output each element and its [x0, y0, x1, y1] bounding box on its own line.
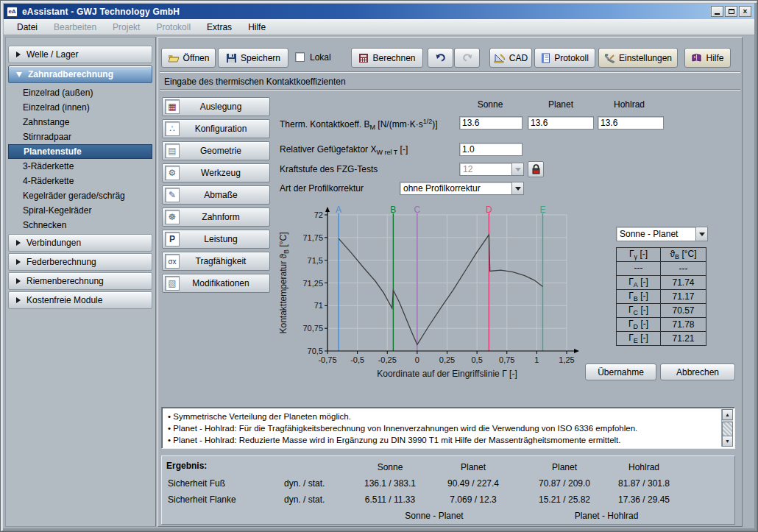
- section-divider: [160, 89, 740, 91]
- therm-hohlrad-input[interactable]: [598, 116, 664, 130]
- svg-text:0: 0: [415, 355, 419, 364]
- therm-sonne-input[interactable]: [459, 116, 523, 130]
- svg-text:71,75: 71,75: [302, 233, 323, 242]
- calculate-label: Berechnen: [372, 53, 415, 63]
- nav-tragfaehigkeit-button[interactable]: σxTragfähigkeit: [162, 252, 270, 271]
- chevron-right-icon: [16, 278, 21, 284]
- sidebar-item-kegelraeder[interactable]: Kegelräder gerade/schräg: [8, 188, 152, 203]
- table-row: ΓD [-]71.78: [617, 318, 706, 332]
- modifications-diagram-icon: ▧: [165, 276, 180, 291]
- sidebar-group-verbindungen[interactable]: Verbindungen: [8, 234, 152, 252]
- nav-label: Leistung: [180, 234, 262, 244]
- calculator-icon: ▦: [165, 99, 180, 114]
- therm-kontaktkoeff-label: Therm. Kontaktkoeff. BM [N/(mm·K·s1/2)]: [280, 118, 438, 131]
- calculate-button[interactable]: Berechnen: [351, 48, 423, 68]
- results-panel: Ergebnis: Sonne Planet Planet Hohlrad Si…: [161, 455, 735, 525]
- sidebar-group-riemenberechnung[interactable]: Riemenberechnung: [8, 272, 152, 290]
- settings-button[interactable]: Einstellungen: [598, 48, 678, 68]
- protocol-button[interactable]: Protokoll: [534, 48, 595, 68]
- pairing-value: Sonne - Planet: [620, 229, 694, 239]
- nav-geometrie-button[interactable]: ▤Geometrie: [162, 141, 270, 160]
- cad-button[interactable]: CAD: [489, 48, 532, 68]
- geometry-grid-icon: ▤: [165, 143, 180, 158]
- profilkorrektur-dropdown[interactable]: ohne Profilkorrektur: [400, 182, 524, 195]
- open-label: Öffnen: [183, 53, 210, 63]
- menu-extras[interactable]: Extras: [207, 22, 232, 32]
- gefuegefaktor-input[interactable]: [459, 143, 523, 156]
- calculator-icon: [358, 53, 369, 63]
- sidebar-item-einzelrad-innen[interactable]: Einzelrad (innen): [8, 100, 152, 115]
- svg-text:1: 1: [534, 355, 539, 364]
- nav-abmasse-button[interactable]: ✎Abmaße: [162, 185, 270, 205]
- help-button[interactable]: Hilfe: [684, 48, 731, 68]
- cancel-button[interactable]: Abbrechen: [660, 363, 735, 380]
- local-checkbox-label: Lokal: [310, 52, 331, 63]
- nav-label: Modifikationen: [180, 278, 262, 288]
- minimize-button[interactable]: [711, 6, 723, 17]
- maximize-button[interactable]: [725, 6, 737, 17]
- menu-hilfe[interactable]: Hilfe: [248, 22, 266, 32]
- notices-box: Symmetrische Verteilung der Planeten mög…: [161, 407, 735, 449]
- sidebar-item-spiral-kegelraeder[interactable]: Spiral-Kegelräder: [8, 203, 152, 218]
- sidebar-item-planetenstufe[interactable]: Planetenstufe: [8, 144, 152, 159]
- scroll-up-button[interactable]: ▲: [722, 409, 733, 420]
- local-checkbox[interactable]: [295, 52, 305, 62]
- sidebar-item-zahnstange[interactable]: Zahnstange: [8, 115, 152, 130]
- profilkorrektur-value: ohne Profilkorrektur: [403, 183, 510, 194]
- menu-bearbeiten: Bearbeiten: [54, 22, 96, 32]
- profilkorrektur-label: Art der Profilkorrektur: [280, 183, 364, 194]
- app-window: eA eAssistant - GWJ Technology GmbH × Da…: [0, 0, 758, 532]
- sidebar-group-label: Zahnradberechnung: [28, 69, 113, 79]
- sidebar-item-einzelrad-aussen[interactable]: Einzelrad (außen): [8, 85, 152, 100]
- sidebar-item-schnecken[interactable]: Schnecken: [8, 218, 152, 233]
- pencil-drawing-icon: ✎: [165, 188, 180, 202]
- undo-button[interactable]: [428, 48, 453, 68]
- sidebar-item-stirnradpaar[interactable]: Stirnradpaar: [8, 130, 152, 144]
- apply-button[interactable]: Übernahme: [585, 363, 656, 380]
- menu-datei[interactable]: Datei: [17, 22, 38, 32]
- nav-label: Tragfähigkeit: [180, 256, 262, 266]
- nav-konfiguration-button[interactable]: ∴Konfiguration: [162, 119, 270, 138]
- cad-icon: [494, 53, 506, 63]
- svg-text:70,75: 70,75: [302, 324, 323, 333]
- maximize-icon: [729, 9, 734, 14]
- footer-planet-hohlrad: Planet - Hohlrad: [548, 511, 665, 521]
- theta-cell: ---: [661, 262, 706, 276]
- sidebar-group-kostenfreie-module[interactable]: Kostenfreie Module: [8, 291, 152, 309]
- sidebar-group-federberechnung[interactable]: Federberechnung: [8, 253, 152, 271]
- sidebar-item-4-raederkette[interactable]: 4-Räderkette: [8, 174, 152, 188]
- sidebar-group-welle-lager[interactable]: Welle / Lager: [8, 46, 152, 63]
- therm-planet-input[interactable]: [528, 116, 594, 130]
- table-header-row: Γγ [-] ϑB [°C]: [617, 248, 706, 262]
- nav-leistung-button[interactable]: PLeistung: [162, 230, 270, 249]
- svg-text:0,75: 0,75: [499, 355, 514, 364]
- nav-zahnform-button[interactable]: ☸Zahnform: [162, 208, 270, 227]
- scroll-down-button[interactable]: ▼: [722, 436, 733, 447]
- sidebar-group-zahnradberechnung[interactable]: Zahnradberechnung: [8, 65, 152, 83]
- nav-modifikationen-button[interactable]: ▧Modifikationen: [162, 274, 270, 293]
- sidebar-item-3-raederkette[interactable]: 3-Räderkette: [8, 159, 152, 174]
- result-value: 17.36 / 29.45: [596, 494, 692, 505]
- result-value: 136.1 / 383.1: [342, 478, 438, 489]
- gamma-column-header: Γγ [-]: [617, 248, 661, 262]
- save-label: Speichern: [241, 53, 280, 63]
- notice-item: Symmetrische Verteilung der Planeten mög…: [168, 411, 729, 422]
- contact-temperature-chart: ABCDE7271,7571,571,257170,7570,5-0,75-0,…: [277, 206, 590, 386]
- save-button[interactable]: Speichern: [218, 48, 288, 68]
- svg-text:0,5: 0,5: [471, 355, 482, 364]
- titlebar: eA eAssistant - GWJ Technology GmbH ×: [4, 4, 754, 19]
- gamma-cell: ΓB [-]: [617, 290, 661, 304]
- notices-scrollbar[interactable]: ▲ ▼: [721, 409, 733, 447]
- nav-werkzeug-button[interactable]: ⚙Werkzeug: [162, 163, 270, 182]
- close-button[interactable]: ×: [739, 6, 751, 17]
- main-panel: Öffnen Speichern Lokal Berechnen CAD Pro…: [157, 37, 743, 527]
- sidebar-group-label: Welle / Lager: [26, 49, 78, 60]
- y-axis-label: Kontakttemperatur ϑB [°C]: [278, 232, 290, 333]
- pairing-dropdown[interactable]: Sonne - Planet: [616, 227, 708, 241]
- open-button[interactable]: Öffnen: [161, 48, 216, 68]
- svg-text:71,5: 71,5: [308, 256, 323, 265]
- nav-auslegung-button[interactable]: ▦Auslegung: [162, 97, 270, 116]
- open-folder-icon: [168, 53, 180, 63]
- lock-button[interactable]: [528, 161, 544, 177]
- minimize-icon: [715, 13, 720, 15]
